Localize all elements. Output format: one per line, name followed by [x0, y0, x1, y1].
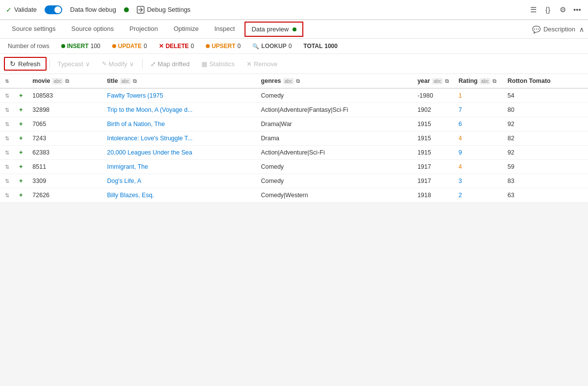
table-row: ⇅+3309Dog's Life, AComedy1917383	[0, 174, 588, 188]
row-rating[interactable]: 9	[454, 146, 503, 160]
tab-data-preview[interactable]: Data preview	[245, 22, 303, 37]
tabs-bar: Source settings Source options Projectio…	[0, 20, 588, 39]
row-plus[interactable]: +	[14, 117, 27, 131]
map-drifted-label: Map drifted	[158, 60, 190, 68]
table-row: ⇅+7243Intolerance: Love's Struggle T...D…	[0, 131, 588, 146]
row-rating[interactable]: 4	[454, 160, 503, 174]
list-icon[interactable]: ☰	[528, 5, 538, 15]
action-separator-2	[142, 59, 143, 69]
more-icon[interactable]: •••	[572, 5, 582, 15]
row-sort: ⇅	[0, 103, 14, 117]
tab-projection[interactable]: Projection	[122, 20, 166, 38]
typecast-button[interactable]: Typecast ∨	[53, 58, 95, 70]
row-plus[interactable]: +	[14, 103, 27, 117]
col-rating-type: abc	[480, 78, 490, 84]
col-header-plus	[14, 74, 27, 88]
row-plus[interactable]: +	[14, 146, 27, 160]
col-year-label: year	[417, 77, 430, 84]
tab-inspect[interactable]: Inspect	[206, 20, 243, 38]
row-rating[interactable]: 1	[454, 88, 503, 103]
insert-value: 100	[91, 43, 100, 50]
row-title[interactable]: Fawlty Towers (1975	[102, 88, 256, 103]
row-movie: 7243	[27, 131, 102, 146]
col-header-title: title abc ⧉	[102, 74, 256, 88]
row-title[interactable]: 20,000 Leagues Under the Sea	[102, 146, 256, 160]
col-header-sort: ⇅	[0, 74, 14, 88]
row-movie: 8511	[27, 160, 102, 174]
row-rotton: 92	[503, 146, 588, 160]
validate-label: Validate	[14, 6, 37, 13]
row-year: 1918	[413, 188, 454, 203]
row-year: 1915	[413, 131, 454, 146]
row-rotton: 59	[503, 160, 588, 174]
debug-label: Data flow debug	[70, 6, 116, 13]
total-stat: TOTAL 1000	[303, 43, 338, 50]
validate-button[interactable]: ✓ Validate	[6, 6, 37, 14]
row-title[interactable]: Immigrant, The	[102, 160, 256, 174]
row-title[interactable]: Billy Blazes, Esq.	[102, 188, 256, 203]
update-label: UPDATE	[118, 43, 142, 50]
table-header-row: ⇅ movie abc ⧉ title abc	[0, 74, 588, 88]
debug-settings-button[interactable]: Debug Settings	[137, 6, 191, 14]
col-rating-copy[interactable]: ⧉	[492, 78, 496, 84]
row-title[interactable]: Dog's Life, A	[102, 174, 256, 188]
col-header-rotton: Rotton Tomato	[503, 74, 588, 88]
row-plus[interactable]: +	[14, 160, 27, 174]
tab-optimize[interactable]: Optimize	[166, 20, 206, 38]
col-year-copy[interactable]: ⧉	[445, 78, 449, 84]
row-movie: 7065	[27, 117, 102, 131]
remove-button[interactable]: ✕ Remove	[242, 58, 282, 70]
row-genres: Action|Adventure|Fantasy|Sci-Fi	[256, 103, 413, 117]
col-title-copy[interactable]: ⧉	[133, 78, 137, 84]
settings-icon[interactable]: ⚙	[558, 5, 567, 15]
debug-settings-label: Debug Settings	[147, 6, 191, 13]
row-genres: Comedy	[256, 160, 413, 174]
col-header-movie: movie abc ⧉	[27, 74, 102, 88]
toolbar: ✓ Validate Data flow debug Debug Setting…	[0, 0, 588, 20]
row-rotton: 82	[503, 131, 588, 146]
total-label: TOTAL	[303, 43, 322, 50]
typecast-label: Typecast	[58, 60, 83, 68]
update-stat: UPDATE 0	[112, 43, 147, 50]
update-value: 0	[144, 43, 147, 50]
row-rating[interactable]: 7	[454, 103, 503, 117]
tab-source-settings[interactable]: Source settings	[4, 20, 64, 38]
description-tab[interactable]: 💬 Description	[532, 26, 575, 33]
row-movie: 108583	[27, 88, 102, 103]
code-icon[interactable]: {}	[543, 5, 553, 15]
modify-button[interactable]: ✎ Modify ∨	[97, 58, 139, 70]
row-plus[interactable]: +	[14, 88, 27, 103]
map-drifted-button[interactable]: ⤢ Map drifted	[146, 58, 195, 70]
preview-table: ⇅ movie abc ⧉ title abc	[0, 74, 588, 203]
row-rating[interactable]: 4	[454, 131, 503, 146]
row-title[interactable]: Trip to the Moon, A (Voyage d...	[102, 103, 256, 117]
insert-label: INSERT	[67, 43, 89, 50]
row-stats-bar: Number of rows INSERT 100 UPDATE 0 ✕ DEL…	[0, 39, 588, 54]
statistics-button[interactable]: ▦ Statistics	[196, 58, 240, 70]
col-title-type: abc	[120, 78, 131, 84]
col-genres-type: abc	[283, 78, 294, 84]
col-genres-copy[interactable]: ⧉	[296, 78, 300, 84]
debug-toggle[interactable]	[45, 5, 62, 14]
update-dot	[112, 44, 116, 48]
row-year: 1915	[413, 117, 454, 131]
row-plus[interactable]: +	[14, 188, 27, 203]
row-rotton: 83	[503, 174, 588, 188]
row-title[interactable]: Birth of a Nation, The	[102, 117, 256, 131]
row-rating[interactable]: 2	[454, 188, 503, 203]
collapse-panel-button[interactable]: ∧	[579, 26, 584, 33]
tab-source-options[interactable]: Source options	[64, 20, 122, 38]
row-plus[interactable]: +	[14, 131, 27, 146]
delete-label: DELETE	[166, 43, 189, 50]
map-drifted-icon: ⤢	[150, 60, 156, 68]
row-rating[interactable]: 6	[454, 117, 503, 131]
description-label: Description	[543, 26, 575, 33]
row-plus[interactable]: +	[14, 174, 27, 188]
row-rating[interactable]: 3	[454, 174, 503, 188]
refresh-button[interactable]: ↻ Refresh	[4, 57, 47, 71]
lookup-stat: 🔍 LOOKUP 0	[252, 43, 292, 50]
upsert-value: 0	[238, 43, 241, 50]
upsert-dot	[206, 44, 210, 48]
row-title[interactable]: Intolerance: Love's Struggle T...	[102, 131, 256, 146]
col-movie-copy[interactable]: ⧉	[65, 78, 69, 84]
